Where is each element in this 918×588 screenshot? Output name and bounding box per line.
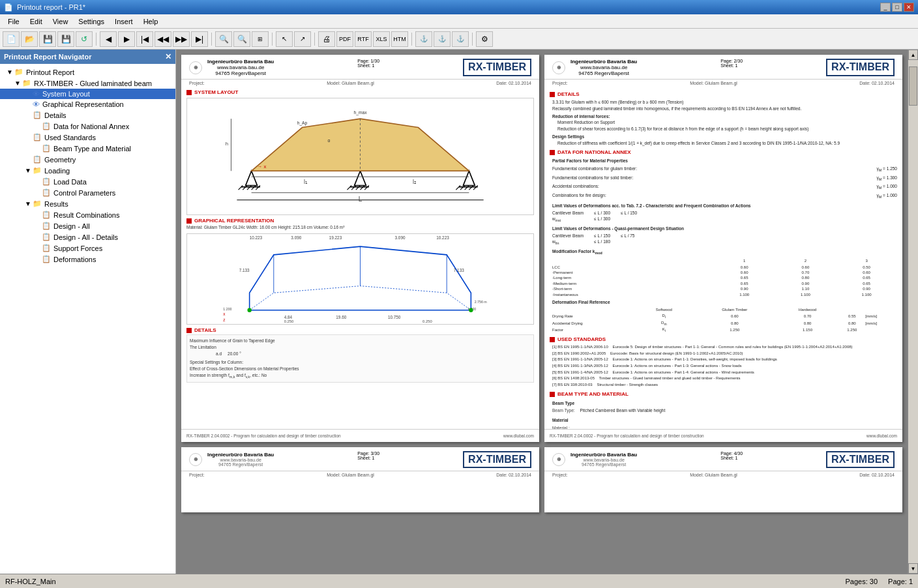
- navigator-header: Printout Report Navigator ✕: [0, 50, 175, 64]
- toolbar-print[interactable]: 🖨: [318, 31, 335, 47]
- toolbar-export1[interactable]: PDF: [336, 31, 353, 47]
- expand-root[interactable]: ▼: [5, 68, 14, 76]
- svg-text:10.223: 10.223: [436, 235, 449, 240]
- toolbar-export2[interactable]: RTF: [355, 31, 372, 47]
- toolbar-pointer[interactable]: ↗: [294, 31, 311, 47]
- toolbar-zoom-in[interactable]: 🔍: [215, 31, 232, 47]
- page2-details-content: 3.3.31 for Glulam with h ≤ 600 mm (Bendi…: [550, 99, 897, 146]
- minimize-button[interactable]: _: [880, 3, 891, 12]
- menu-settings[interactable]: Settings: [73, 16, 110, 27]
- page1-company: Ingenieurbüro Bavaria Bau www.bavaria-ba…: [207, 59, 274, 76]
- menu-insert[interactable]: Insert: [110, 16, 138, 27]
- toolbar-first[interactable]: |◀: [136, 31, 153, 47]
- toolbar-separator-1: [96, 33, 96, 46]
- toolbar-zoom-fit[interactable]: ⊞: [252, 31, 269, 47]
- svg-text:l₂: l₂: [413, 179, 417, 185]
- svg-text:7.133: 7.133: [454, 268, 464, 272]
- toolbar-settings[interactable]: ⚙: [476, 31, 493, 47]
- toolbar-refresh[interactable]: ↺: [76, 31, 93, 47]
- deformations-icon: 📋: [42, 255, 51, 263]
- toolbar-link2[interactable]: ⚓: [434, 31, 451, 47]
- support-forces-icon: 📋: [42, 244, 51, 252]
- tree-item-results[interactable]: ▼ 📁 Results: [0, 198, 175, 209]
- toolbar: 📄 📂 💾 💾 ↺ ◀ ▶ |◀ ◀◀ ▶▶ ▶| 🔍 🔍 ⊞ ↖ ↗ 🖨 PD…: [0, 29, 918, 50]
- svg-text:3.090: 3.090: [395, 235, 406, 240]
- tree-item-result-combinations[interactable]: 📋 Result Combinations: [0, 209, 175, 220]
- toolbar-save[interactable]: 💾: [39, 31, 56, 47]
- toolbar-back[interactable]: ◀: [100, 31, 117, 47]
- tree-item-design-all-details[interactable]: 📋 Design - All - Details: [0, 231, 175, 243]
- page2-details-title: DETAILS: [550, 91, 897, 98]
- expand-rxtimber[interactable]: ▼: [13, 80, 22, 87]
- expand-results[interactable]: ▼: [23, 200, 33, 207]
- tree-item-used-standards[interactable]: 📋 Used Standards: [0, 132, 175, 143]
- toolbar-new[interactable]: 📄: [3, 31, 20, 47]
- tree-item-design-all[interactable]: 📋 Design - All: [0, 220, 175, 231]
- svg-point-54: [247, 308, 251, 312]
- page1-details-title: DETAILS: [186, 327, 534, 333]
- vertical-scrollbar[interactable]: ▲ ▼: [908, 50, 918, 574]
- scroll-track[interactable]: [908, 60, 918, 563]
- navigator-close[interactable]: ✕: [165, 52, 171, 61]
- tree-item-support-forces[interactable]: 📋 Support Forces: [0, 243, 175, 254]
- toolbar-export4[interactable]: HTM: [391, 31, 408, 47]
- svg-text:20.00: 20.00: [333, 323, 343, 324]
- toolbar-save2[interactable]: 💾: [57, 31, 74, 47]
- close-button[interactable]: ✕: [904, 3, 914, 12]
- geometry-icon: 📋: [33, 155, 42, 164]
- toolbar-link3[interactable]: ⚓: [452, 31, 469, 47]
- toolbar-export3[interactable]: XLS: [373, 31, 390, 47]
- expand-loading[interactable]: ▼: [23, 167, 33, 174]
- menu-file[interactable]: File: [3, 16, 25, 27]
- toolbar-forward[interactable]: ▶: [118, 31, 135, 47]
- svg-line-11: [460, 186, 465, 190]
- toolbar-separator-3: [272, 33, 273, 46]
- maximize-button[interactable]: □: [892, 3, 902, 12]
- menu-help[interactable]: Help: [138, 16, 164, 27]
- page2-section-sq-1: [550, 92, 555, 97]
- tree-rxtimber[interactable]: ▼ 📁 RX-TIMBER - Glued laminated beam: [0, 78, 175, 89]
- root-icon: 📁: [14, 68, 23, 76]
- page2-national-annex-title: DATA FOR NATIONAL ANNEX: [550, 149, 897, 156]
- tree-item-national-annex[interactable]: 📋 Data for National Annex: [0, 121, 175, 132]
- tree-item-details[interactable]: 📋 Details: [0, 110, 175, 121]
- kmod-table: 1 2 3 LCC0.600.600.50 -Permanent0.600.70…: [552, 257, 897, 297]
- toolbar-open[interactable]: 📂: [21, 31, 38, 47]
- title-bar-controls[interactable]: _ □ ✕: [880, 3, 914, 12]
- svg-line-6: [252, 186, 256, 190]
- tree-item-system-layout[interactable]: 👁 System Layout: [0, 89, 175, 99]
- tree-item-load-data[interactable]: 📋 Load Data: [0, 176, 175, 187]
- scroll-down-button[interactable]: ▼: [908, 563, 918, 574]
- tree-root[interactable]: ▼ 📁 Printout Report: [0, 66, 175, 78]
- page3-info: Page: 3/30 Sheet: 1: [357, 451, 379, 468]
- svg-point-55: [469, 308, 473, 312]
- tree-item-loading[interactable]: ▼ 📁 Loading: [0, 165, 175, 176]
- page1-footer-text: RX-TIMBER 2.04.0002 - Program for calcul…: [186, 434, 341, 438]
- page1-footer-url: www.dlubal.com: [503, 434, 534, 438]
- toolbar-next[interactable]: ▶▶: [173, 31, 190, 47]
- scroll-up-button[interactable]: ▲: [908, 50, 918, 60]
- svg-text:α: α: [327, 138, 330, 143]
- tree-item-graphical[interactable]: 👁 Graphical Representation: [0, 99, 175, 110]
- menu-edit[interactable]: Edit: [25, 16, 48, 27]
- svg-text:h: h: [226, 141, 228, 147]
- tree-item-control-params[interactable]: 📋 Control Parameters: [0, 187, 175, 198]
- svg-text:10.750: 10.750: [388, 315, 401, 319]
- document-area[interactable]: ⊕ Ingenieurbüro Bavaria Bau www.bavaria-…: [176, 50, 908, 574]
- toolbar-prev[interactable]: ◀◀: [155, 31, 171, 47]
- toolbar-zoom-out[interactable]: 🔍: [233, 31, 250, 47]
- page2-national-annex-content: Partial Factors for Material Properties …: [550, 158, 897, 333]
- page4-info: Page: 4/30 Sheet: 1: [720, 451, 743, 468]
- toolbar-select[interactable]: ↖: [276, 31, 293, 47]
- scroll-thumb[interactable]: [909, 66, 917, 106]
- tree-item-geometry[interactable]: 📋 Geometry: [0, 154, 175, 165]
- title-bar-left: 📄 Printout report - PR1*: [4, 3, 85, 12]
- menu-view[interactable]: View: [48, 16, 74, 27]
- toolbar-link1[interactable]: ⚓: [415, 31, 432, 47]
- nav-tree: ▼ 📁 Printout Report ▼ 📁 RX-TIMBER - Glue…: [0, 64, 175, 574]
- tree-item-beam-type[interactable]: 📋 Beam Type and Material: [0, 143, 175, 154]
- toolbar-last[interactable]: ▶|: [191, 31, 208, 47]
- svg-text:2.756 m: 2.756 m: [475, 300, 488, 304]
- tree-item-deformations[interactable]: 📋 Deformations: [0, 254, 175, 265]
- page3-logo: ⊕: [189, 453, 202, 466]
